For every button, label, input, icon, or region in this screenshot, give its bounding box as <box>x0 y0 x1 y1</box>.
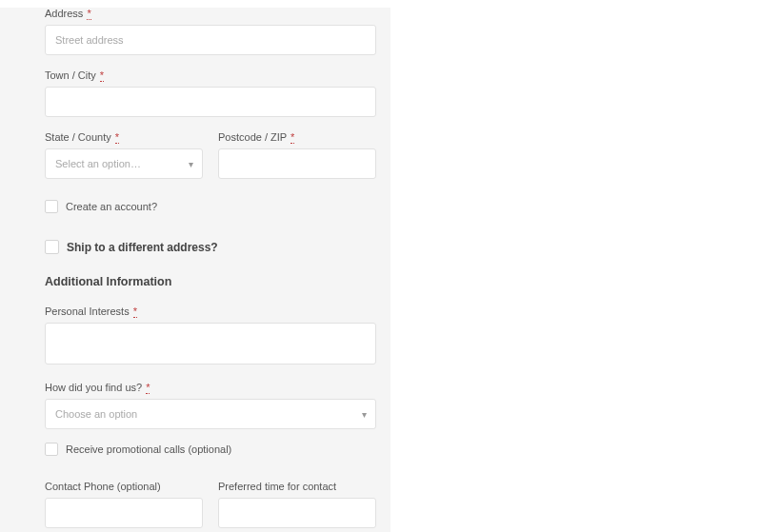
ship-different-row: Ship to a different address? <box>45 240 376 254</box>
address-input[interactable] <box>45 25 376 55</box>
ship-different-label: Ship to a different address? <box>67 241 218 254</box>
create-account-label: Create an account? <box>66 201 157 212</box>
required-indicator: * <box>146 382 150 394</box>
checkout-form: Address * Town / City * State / County *… <box>0 8 390 532</box>
personal-interests-row: Personal Interests * <box>45 305 376 367</box>
required-indicator: * <box>115 131 119 144</box>
create-account-checkbox[interactable] <box>45 200 58 213</box>
promo-calls-label: Receive promotional calls (optional) <box>66 443 231 455</box>
postcode-label: Postcode / ZIP * <box>218 131 376 143</box>
state-county-label: State / County * <box>45 131 203 143</box>
find-us-label: How did you find us? * <box>45 382 376 393</box>
state-county-field: State / County * ▾ <box>45 131 203 179</box>
town-city-field-row: Town / City * <box>45 69 376 117</box>
address-field-row: Address * <box>45 8 376 55</box>
required-indicator: * <box>100 69 104 82</box>
personal-interests-label: Personal Interests * <box>45 305 376 317</box>
contact-phone-input[interactable] <box>45 498 203 528</box>
find-us-row: How did you find us? * ▾ <box>45 382 376 429</box>
postcode-input[interactable] <box>218 148 376 179</box>
address-label-text: Address <box>45 8 83 19</box>
preferred-time-label: Preferred time for contact <box>218 481 376 492</box>
town-city-label: Town / City * <box>45 69 376 81</box>
postcode-label-text: Postcode / ZIP <box>218 131 287 143</box>
personal-interests-input[interactable] <box>45 323 376 365</box>
town-city-input[interactable] <box>45 87 376 117</box>
required-indicator: * <box>133 305 137 318</box>
required-indicator: * <box>290 131 294 144</box>
town-city-label-text: Town / City <box>45 69 96 81</box>
required-indicator: * <box>87 8 90 20</box>
preferred-time-field: Preferred time for contact <box>218 481 376 528</box>
find-us-select-wrap: ▾ <box>45 399 376 429</box>
postcode-field: Postcode / ZIP * <box>218 131 376 179</box>
additional-info-header: Additional Information <box>45 275 376 288</box>
contact-phone-field: Contact Phone (optional) <box>45 481 203 528</box>
contact-row: Contact Phone (optional) Preferred time … <box>45 481 376 528</box>
create-account-row: Create an account? <box>45 200 376 213</box>
address-label: Address * <box>45 8 376 19</box>
state-postcode-row: State / County * ▾ Postcode / ZIP * <box>45 131 376 179</box>
personal-interests-label-text: Personal Interests <box>45 305 130 317</box>
promo-calls-checkbox[interactable] <box>45 443 58 456</box>
state-county-label-text: State / County <box>45 131 111 143</box>
state-county-select-wrap: ▾ <box>45 148 203 179</box>
find-us-label-text: How did you find us? <box>45 382 142 393</box>
find-us-select[interactable] <box>45 399 376 429</box>
ship-different-checkbox[interactable] <box>45 240 59 254</box>
promo-calls-row: Receive promotional calls (optional) <box>45 443 376 456</box>
preferred-time-input[interactable] <box>218 498 376 528</box>
state-county-select[interactable] <box>45 148 203 179</box>
contact-phone-label: Contact Phone (optional) <box>45 481 203 492</box>
